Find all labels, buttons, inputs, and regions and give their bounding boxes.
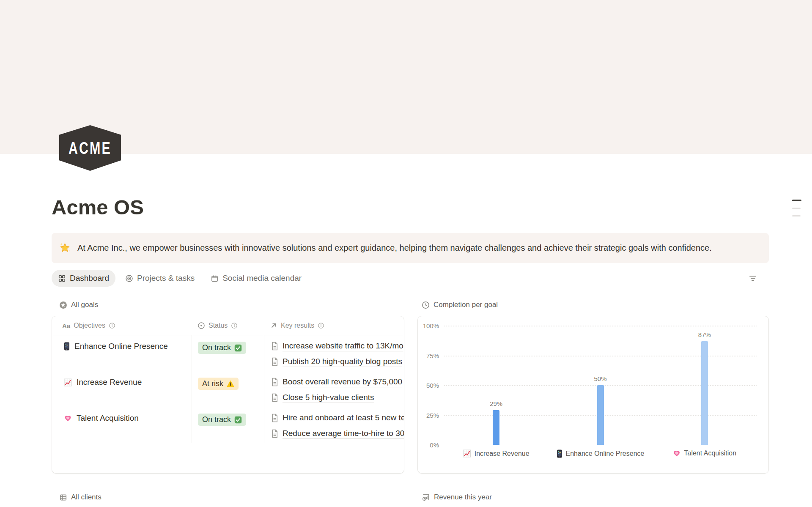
x-axis-label: Talent Acquisition xyxy=(673,449,737,457)
table-row: Increase Revenue At risk Boost overal xyxy=(52,371,404,407)
goals-table: Aa Objectives Status Key results xyxy=(52,316,404,474)
column-label: Objectives xyxy=(74,322,105,329)
smartphone-emoji-icon xyxy=(557,449,562,458)
y-axis-tick: 0% xyxy=(430,441,439,449)
tab-social-media-calendar[interactable]: Social media calendar xyxy=(204,270,308,287)
column-header-status[interactable]: Status xyxy=(192,322,264,329)
goals-table-header: Aa Objectives Status Key results xyxy=(52,316,404,335)
objective-cell[interactable]: Talent Acquisition xyxy=(52,407,192,443)
gridline xyxy=(444,326,757,326)
tab-label: Dashboard xyxy=(70,274,109,283)
bar[interactable] xyxy=(597,385,604,445)
section-title: Completion per goal xyxy=(433,301,498,309)
star-circle-icon xyxy=(59,301,67,309)
target-icon xyxy=(125,274,133,282)
check-emoji-icon xyxy=(234,416,242,424)
bar-value-label: 29% xyxy=(490,400,502,407)
y-axis-tick: 50% xyxy=(426,382,439,389)
callout-text: At Acme Inc., we empower businesses with… xyxy=(77,243,712,253)
page: ACME Acme OS At Acme Inc., we empower bu… xyxy=(0,0,812,507)
gridline xyxy=(444,445,761,445)
objective-cell[interactable]: Enhance Online Presence xyxy=(52,335,192,371)
key-results-cell: Boost overall revenue by $75,000 Close 5… xyxy=(264,371,404,407)
key-results-cell: Increase website traffic to 13K/mo Publi… xyxy=(264,335,404,371)
calendar-icon xyxy=(211,274,219,282)
chart-up-emoji-icon xyxy=(64,378,72,386)
tab-dashboard[interactable]: Dashboard xyxy=(52,270,115,287)
x-axis-label-text: Enhance Online Presence xyxy=(566,450,645,458)
status-badge[interactable]: At risk xyxy=(198,378,239,390)
x-axis-label-text: Talent Acquisition xyxy=(684,449,737,457)
table-row: Enhance Online Presence On track Incr xyxy=(52,335,404,371)
warning-emoji-icon xyxy=(227,380,234,388)
status-label: At risk xyxy=(202,379,223,388)
toc-bar[interactable] xyxy=(792,208,801,209)
key-result-link[interactable]: Increase website traffic to 13K/mo xyxy=(271,340,404,352)
key-result-link[interactable]: Close 5 high-value clients xyxy=(271,392,404,404)
x-axis-label: Enhance Online Presence xyxy=(557,449,645,458)
acme-logo-text: ACME xyxy=(69,139,112,158)
gridline xyxy=(444,356,757,356)
bar-value-label: 50% xyxy=(594,375,606,382)
page-icon xyxy=(271,378,278,386)
status-label: On track xyxy=(202,415,231,424)
check-emoji-icon xyxy=(234,344,242,352)
section-all-goals[interactable]: All goals xyxy=(52,300,404,310)
key-result-link[interactable]: Publish 20 high-quality blog posts xyxy=(271,356,404,368)
key-result-title: Publish 20 high-quality blog posts xyxy=(283,357,402,367)
chart-up-emoji-icon xyxy=(463,449,471,458)
section-all-clients[interactable]: All clients xyxy=(52,492,404,502)
info-icon[interactable] xyxy=(318,322,324,329)
objective-title: Increase Revenue xyxy=(77,378,142,387)
bar-value-label: 87% xyxy=(698,331,711,338)
key-result-title: Increase website traffic to 13K/mo xyxy=(283,341,403,351)
column-header-objectives[interactable]: Aa Objectives xyxy=(52,322,192,329)
heart-emoji-icon xyxy=(64,414,72,422)
view-tabs: Dashboard Projects & tasks Social media … xyxy=(52,269,769,287)
status-badge[interactable]: On track xyxy=(198,342,246,354)
completion-chart: 100%75%50%25%0%29%Increase Revenue50%Enh… xyxy=(417,316,769,474)
relation-arrow-icon xyxy=(270,322,277,329)
tab-projects-tasks[interactable]: Projects & tasks xyxy=(119,270,201,287)
objective-title: Enhance Online Presence xyxy=(74,342,168,351)
toc-bar[interactable] xyxy=(792,200,801,201)
key-result-link[interactable]: Hire and onboard at least 5 new team xyxy=(271,412,404,424)
key-results-cell: Hire and onboard at least 5 new team Red… xyxy=(264,407,404,443)
section-title: All goals xyxy=(71,301,98,309)
bar[interactable] xyxy=(701,341,708,445)
info-icon[interactable] xyxy=(109,322,115,329)
page-title: Acme OS xyxy=(52,154,769,219)
objective-title: Talent Acquisition xyxy=(77,414,139,423)
info-icon[interactable] xyxy=(231,322,238,329)
column-header-key-results[interactable]: Key results xyxy=(264,322,404,329)
key-result-link[interactable]: Boost overall revenue by $75,000 xyxy=(271,376,404,388)
section-revenue-this-year[interactable]: Revenue this year xyxy=(417,492,769,502)
table-of-contents-indicator[interactable] xyxy=(792,200,801,217)
table-grid-icon xyxy=(59,493,67,502)
status-cell: On track xyxy=(192,335,264,371)
chart-clock-icon xyxy=(422,493,430,502)
status-badge[interactable]: On track xyxy=(198,414,246,426)
section-title: Revenue this year xyxy=(434,493,492,502)
clock-icon xyxy=(422,301,430,309)
tab-label: Projects & tasks xyxy=(137,274,195,283)
objective-cell[interactable]: Increase Revenue xyxy=(52,371,192,407)
page-icon xyxy=(271,393,278,402)
toc-bar[interactable] xyxy=(792,215,801,217)
y-axis-tick: 100% xyxy=(423,322,439,329)
tab-label: Social media calendar xyxy=(222,274,302,283)
filter-icon[interactable] xyxy=(749,276,756,281)
status-cell: At risk xyxy=(192,371,264,407)
x-axis-label-text: Increase Revenue xyxy=(475,450,529,458)
key-result-title: Reduce average time-to-hire to 30 da xyxy=(283,429,404,439)
heart-emoji-icon xyxy=(673,449,681,457)
y-axis-tick: 25% xyxy=(426,411,439,419)
section-title: All clients xyxy=(71,493,102,502)
column-label: Status xyxy=(208,322,228,329)
table-row: Talent Acquisition On track Hire and xyxy=(52,407,404,443)
section-completion-per-goal[interactable]: Completion per goal xyxy=(417,300,769,310)
key-result-link[interactable]: Reduce average time-to-hire to 30 da xyxy=(271,428,404,440)
bar[interactable] xyxy=(493,410,499,445)
text-property-icon: Aa xyxy=(62,322,70,329)
chart-plot-area: 100%75%50%25%0%29%Increase Revenue50%Enh… xyxy=(444,326,757,445)
